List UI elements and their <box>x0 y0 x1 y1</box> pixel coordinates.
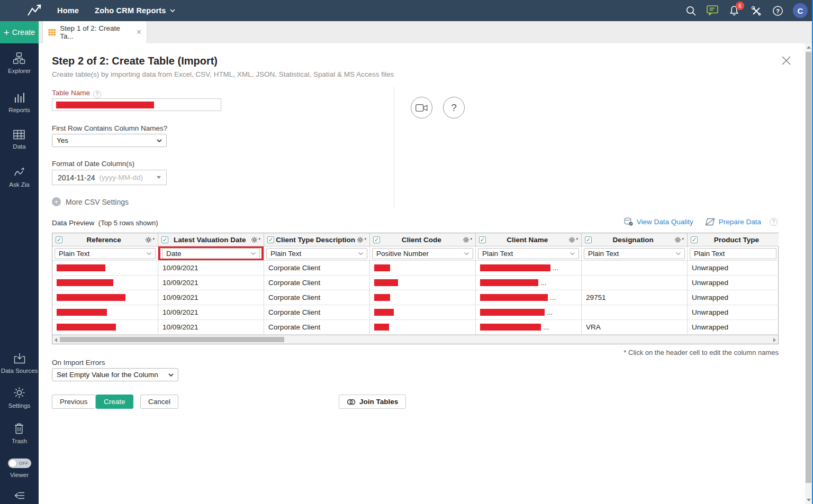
tab-close-icon[interactable]: × <box>137 28 141 36</box>
page-subtitle: Create table(s) by importing data from E… <box>52 70 394 78</box>
cell-valuation-date: 10/09/2021 <box>158 276 264 290</box>
data-preview-label: Data Preview (Top 5 rows shown) <box>52 219 158 227</box>
redacted-value <box>480 294 548 301</box>
prepare-data-icon <box>705 218 715 226</box>
help-icon[interactable]: ? <box>771 4 784 17</box>
help-circle-button[interactable]: ? <box>443 97 465 118</box>
data-sources-icon <box>13 352 26 364</box>
table-name-help-icon[interactable]: ? <box>93 90 101 98</box>
video-camera-icon <box>415 103 428 113</box>
create-table-button[interactable]: Create <box>96 395 133 409</box>
column-header-client-code[interactable]: ✓ Client Code ▾ <box>370 233 476 246</box>
nav-workspace-menu[interactable]: Zoho CRM Reports <box>95 6 175 15</box>
scroll-up-icon[interactable] <box>807 46 811 49</box>
scroll-right-icon[interactable] <box>773 338 776 342</box>
plus-icon: + <box>4 28 10 38</box>
sidebar-item-explorer[interactable]: Explorer <box>8 52 31 75</box>
table-header-row: ✓ Reference ▾ ✓ Latest Valuation Date ▾ … <box>52 233 778 246</box>
tools-icon[interactable] <box>749 4 762 17</box>
cell-valuation-date: 10/09/2021 <box>158 320 264 335</box>
column-settings-icon[interactable]: ▾ <box>568 236 578 243</box>
previous-button[interactable]: Previous <box>52 395 96 409</box>
sidebar-item-trash[interactable]: Trash <box>12 423 27 445</box>
column-settings-icon[interactable]: ▾ <box>357 236 366 243</box>
sidebar-item-reports[interactable]: Reports <box>8 92 30 114</box>
scrollbar-thumb[interactable] <box>806 52 811 483</box>
search-icon[interactable] <box>684 4 697 17</box>
column-checkbox[interactable]: ✓ <box>479 236 486 243</box>
column-header-client-name[interactable]: ✓ Client Name ▾ <box>476 233 582 246</box>
user-avatar[interactable]: C <box>793 3 808 18</box>
join-tables-button[interactable]: Join Tables <box>339 395 406 409</box>
column-header-product-type[interactable]: ✓ Product Type <box>688 233 779 246</box>
notifications-bell-icon[interactable]: 6 <box>728 4 740 17</box>
chevron-down-icon <box>570 252 575 255</box>
scrollbar-thumb[interactable] <box>60 337 284 342</box>
viewer-off-toggle[interactable]: OFF <box>8 459 31 468</box>
tab-create-table[interactable]: Step 1 of 2: Create Ta... × <box>42 21 147 43</box>
column-checkbox[interactable]: ✓ <box>585 236 592 243</box>
plus-circle-icon: + <box>52 197 61 206</box>
horizontal-scrollbar[interactable] <box>52 335 778 344</box>
column-header-designation[interactable]: ✓ Designation ▾ <box>582 233 688 246</box>
video-tutorial-button[interactable] <box>411 97 432 118</box>
sidebar-item-ask-zia[interactable]: Ask Zia <box>9 167 29 188</box>
column-checkbox[interactable]: ✓ <box>56 236 62 243</box>
type-select-reference[interactable]: Plain Text <box>55 248 156 259</box>
column-checkbox[interactable]: ✓ <box>161 236 168 243</box>
more-csv-settings[interactable]: + More CSV Settings <box>52 197 129 206</box>
type-select-client-type-description[interactable]: Plain Text <box>266 248 367 259</box>
on-import-errors-select[interactable]: Set Empty Value for the Column <box>52 368 178 381</box>
cancel-button[interactable]: Cancel <box>140 395 178 409</box>
column-header-client-type-description[interactable]: ✓ Client Type Description ▾ <box>264 233 370 246</box>
sidebar-item-data-sources[interactable]: Data Sources <box>1 352 38 374</box>
first-row-select[interactable]: Yes <box>52 134 167 147</box>
cell-client-type: Corporate Client <box>264 276 370 290</box>
chevron-down-icon <box>251 252 256 255</box>
type-select-product-type[interactable]: Plain Text <box>690 248 776 259</box>
date-format-dropdown[interactable]: 2014-11-24 (yyyy-MM-dd) <box>52 170 167 185</box>
column-header-latest-valuation-date[interactable]: ✓ Latest Valuation Date ▾ <box>158 233 264 246</box>
sidebar-collapse-button[interactable] <box>13 491 26 500</box>
type-select-client-name[interactable]: Plain Text <box>478 248 579 259</box>
create-button[interactable]: + Create <box>0 21 39 43</box>
scroll-down-icon[interactable] <box>807 499 811 501</box>
feedback-chat-icon[interactable] <box>706 4 719 17</box>
nav-home[interactable]: Home <box>57 6 79 15</box>
column-header-reference[interactable]: ✓ Reference ▾ <box>52 233 158 246</box>
table-name-input[interactable] <box>52 98 221 111</box>
type-select-latest-valuation-date[interactable]: Date <box>162 248 260 259</box>
redacted-value <box>374 264 390 271</box>
column-checkbox[interactable]: ✓ <box>691 236 698 243</box>
close-panel-icon[interactable] <box>781 55 792 66</box>
type-select-client-code[interactable]: Positive Number <box>372 248 473 259</box>
view-data-quality-link[interactable]: View Data Quality <box>624 217 693 226</box>
redacted-value <box>480 264 550 271</box>
column-settings-icon[interactable]: ▾ <box>251 236 260 243</box>
column-settings-icon[interactable]: ▾ <box>145 236 155 243</box>
sidebar-item-settings[interactable]: Settings <box>8 387 31 409</box>
column-settings-icon[interactable]: ▾ <box>463 236 472 243</box>
sidebar-viewer-toggle[interactable]: OFF Viewer <box>8 459 31 479</box>
redacted-value <box>480 324 541 331</box>
toggle-knob <box>8 459 17 468</box>
trash-icon <box>14 423 24 434</box>
chevron-down-icon <box>147 252 151 255</box>
data-table-icon <box>13 130 25 140</box>
cell-designation <box>582 261 688 276</box>
prepare-data-link[interactable]: Prepare Data <box>705 218 761 226</box>
redacted-value <box>57 324 116 331</box>
scroll-left-icon[interactable] <box>55 338 57 342</box>
prepare-data-help-icon[interactable]: ? <box>770 218 778 226</box>
tab-title: Step 1 of 2: Create Ta... <box>60 24 132 40</box>
column-settings-icon[interactable]: ▾ <box>674 236 684 243</box>
data-preview-table: ✓ Reference ▾ ✓ Latest Valuation Date ▾ … <box>52 233 779 344</box>
sidebar-item-data[interactable]: Data <box>13 130 25 150</box>
column-checkbox[interactable]: ✓ <box>267 236 274 243</box>
redacted-value <box>480 309 545 316</box>
column-checkbox[interactable]: ✓ <box>373 236 380 243</box>
analytics-logo-icon[interactable] <box>26 4 42 17</box>
vertical-scrollbar[interactable] <box>805 43 812 504</box>
redacted-value <box>57 294 125 301</box>
type-select-designation[interactable]: Plain Text <box>584 248 685 259</box>
